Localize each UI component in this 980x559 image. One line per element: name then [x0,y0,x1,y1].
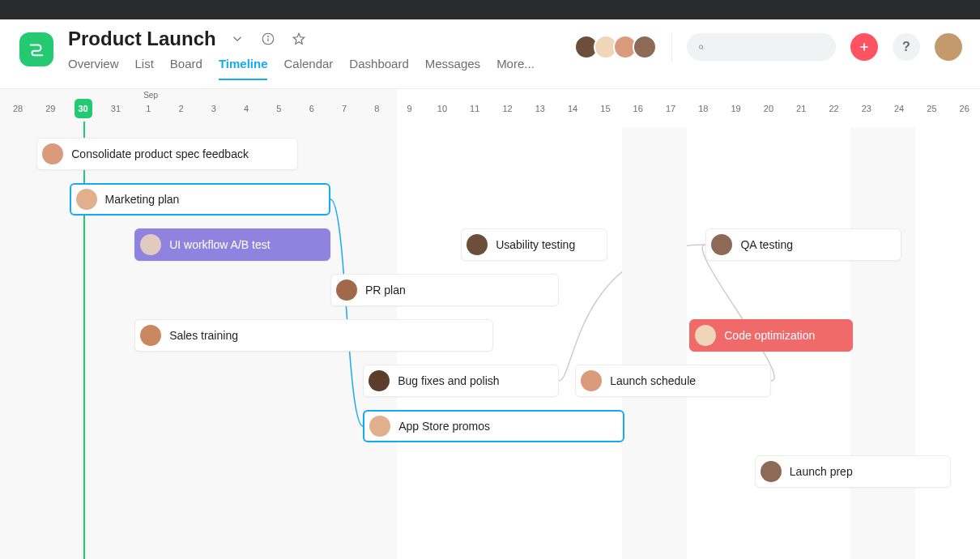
assignee-avatar [42,143,63,164]
task-bar[interactable]: Usability testing [461,228,607,261]
task-bar[interactable]: QA testing [705,228,901,261]
divider [671,32,672,62]
help-button[interactable]: ? [893,33,920,61]
dependency-line [702,245,774,381]
date-cell: 26 [957,104,972,113]
collaborator-avatars[interactable] [579,35,657,59]
task-label: Consolidate product spec feedback [71,147,249,160]
date-cell: 30 [75,99,92,118]
date-cell: 20 [761,104,776,113]
task-label: Bug fixes and polish [398,374,499,387]
assignee-avatar [140,234,161,255]
task-label: Usability testing [496,238,575,251]
weekend-shade [622,128,688,559]
svg-line-5 [702,48,704,49]
tab-board[interactable]: Board [170,57,202,80]
assignee-avatar [695,325,716,346]
date-cell: 14 [565,104,580,113]
date-cell: 12 [501,104,515,113]
assignee-avatar [336,280,357,301]
project-menu-button[interactable] [228,29,247,49]
date-cell: 22 [827,104,842,113]
search-input[interactable] [711,41,824,53]
task-bar[interactable]: PR plan [330,274,559,306]
date-cell: 2 [174,104,189,113]
date-cell: 13 [533,104,548,113]
assignee-avatar [711,234,732,255]
assignee-avatar [76,189,97,210]
date-cell: 3 [207,104,221,113]
project-icon [19,32,53,66]
project-header: Product Launch OverviewListBoardTimeline… [0,19,980,89]
favorite-button[interactable] [289,29,309,49]
flow-icon [28,41,45,58]
date-cell: 1 [141,104,156,113]
task-bar[interactable]: Launch schedule [575,365,771,397]
chevron-down-icon [230,32,245,46]
svg-point-2 [267,36,268,37]
task-bar[interactable]: Sales training [134,319,493,352]
timeline-view[interactable]: 2829303112345678910111213141516171819202… [0,89,980,559]
project-tabs: OverviewListBoardTimelineCalendarDashboa… [68,57,535,80]
date-cell: 8 [369,104,384,113]
month-label: Sep [143,91,158,100]
date-cell: 24 [892,104,906,113]
date-cell: 19 [729,104,744,113]
date-cell: 16 [631,104,646,113]
date-cell: 25 [924,104,939,113]
date-cell: 4 [239,104,254,113]
assignee-avatar [581,370,602,391]
tab-messages[interactable]: Messages [425,57,480,80]
weekend-shade [850,128,916,559]
date-cell: 18 [696,104,710,113]
date-cell: 17 [663,104,678,113]
date-cell: 29 [43,104,58,113]
date-cell: 31 [109,104,123,113]
tab-calendar[interactable]: Calendar [283,57,333,80]
plus-icon [858,41,871,53]
assignee-avatar [761,461,782,482]
date-cell: 28 [11,104,25,113]
project-info-button[interactable] [258,29,278,49]
tab-overview[interactable]: Overview [68,57,119,80]
assignee-avatar [140,325,161,346]
task-bar[interactable]: UI workflow A/B test [134,228,330,261]
task-bar[interactable]: Bug fixes and polish [363,365,559,397]
info-icon [261,32,275,46]
svg-marker-3 [293,33,305,44]
tab-list[interactable]: List [135,57,154,80]
date-cell: 11 [467,104,482,113]
date-cell: 21 [794,104,808,113]
date-cell: 23 [859,104,874,113]
os-topbar [0,0,980,19]
assignee-avatar [369,370,390,391]
current-user-avatar[interactable] [935,33,962,61]
svg-point-4 [699,45,702,48]
tab-more[interactable]: More... [496,57,535,80]
avatar[interactable] [633,35,657,59]
tab-dashboard[interactable]: Dashboard [349,57,408,80]
task-bar[interactable]: App Store promos [363,410,624,442]
project-title: Product Launch [68,28,216,50]
dependency-line [330,199,363,426]
task-label: Marketing plan [105,193,180,206]
assignee-avatar [369,416,390,437]
task-label: PR plan [365,284,406,297]
date-cell: 15 [598,104,612,113]
task-label: App Store promos [398,420,490,433]
task-label: Sales training [169,329,238,342]
task-bar[interactable]: Launch prep [755,455,951,488]
star-icon [292,32,306,46]
task-bar[interactable]: Code optimization [689,319,853,352]
add-button[interactable] [850,33,878,61]
date-cell: 6 [305,104,319,113]
task-label: Launch prep [790,465,853,478]
task-bar[interactable]: Consolidate product spec feedback [36,138,297,170]
tab-timeline[interactable]: Timeline [219,57,268,80]
date-cell: 9 [403,104,417,113]
task-bar[interactable]: Marketing plan [70,183,330,215]
search-box[interactable] [687,33,836,61]
date-cell: 10 [435,104,450,113]
task-label: QA testing [740,238,793,251]
task-label: UI workflow A/B test [169,238,270,251]
